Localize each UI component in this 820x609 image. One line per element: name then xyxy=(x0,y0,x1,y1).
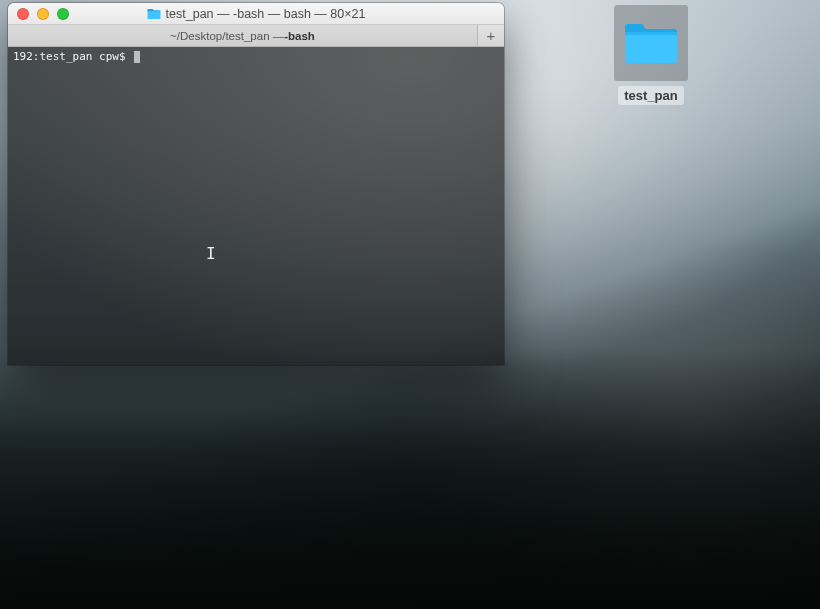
desktop-folder-label: test_pan xyxy=(618,86,683,105)
prompt-line: 192:test_pan cpw$ xyxy=(13,50,499,63)
terminal-body[interactable]: 192:test_pan cpw$ I xyxy=(8,47,504,365)
terminal-cursor xyxy=(134,51,140,63)
folder-icon xyxy=(623,21,679,65)
terminal-window[interactable]: test_pan — -bash — bash — 80×21 ~/Deskto… xyxy=(8,3,504,365)
maximize-button[interactable] xyxy=(57,8,69,20)
plus-icon: + xyxy=(487,27,496,44)
minimize-button[interactable] xyxy=(37,8,49,20)
folder-icon-selection xyxy=(614,5,688,81)
svg-rect-0 xyxy=(625,32,677,63)
window-title: test_pan — -bash — bash — 80×21 xyxy=(8,7,504,21)
ibeam-cursor-icon: I xyxy=(206,244,216,263)
tab-current[interactable]: ~/Desktop/test_pan — -bash xyxy=(8,25,478,46)
window-titlebar[interactable]: test_pan — -bash — bash — 80×21 xyxy=(8,3,504,25)
prompt-text: 192:test_pan cpw$ xyxy=(13,50,132,63)
wallpaper-trees xyxy=(0,349,820,609)
svg-rect-1 xyxy=(625,32,677,35)
tab-bar: ~/Desktop/test_pan — -bash + xyxy=(8,25,504,47)
traffic-lights xyxy=(8,8,69,20)
tab-process: -bash xyxy=(284,30,315,42)
new-tab-button[interactable]: + xyxy=(478,25,504,46)
window-title-text: test_pan — -bash — bash — 80×21 xyxy=(166,7,366,21)
folder-icon xyxy=(147,8,161,20)
tab-path: ~/Desktop/test_pan — xyxy=(170,30,284,42)
desktop-folder-test-pan[interactable]: test_pan xyxy=(614,5,688,105)
close-button[interactable] xyxy=(17,8,29,20)
